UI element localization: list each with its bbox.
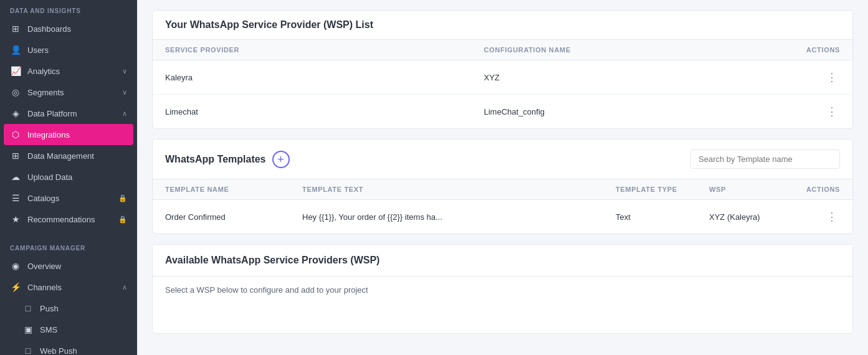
sidebar-item-channels[interactable]: ⚡ Channels ∧ — [0, 277, 137, 298]
template-table-header: TEMPLATE NAME TEMPLATE TEXT TEMPLATE TYP… — [153, 179, 852, 200]
table-row: Limechat LimeChat_config ⋮ — [153, 95, 852, 128]
sidebar-section-campaign: CAMPAIGN MANAGER — [0, 237, 137, 255]
chevron-up-icon: ∧ — [122, 110, 127, 118]
wsp-list-card: Your WhatsApp Service Provider (WSP) Lis… — [152, 10, 853, 129]
sidebar-item-label: SMS — [40, 325, 57, 334]
sidebar-item-label: Channels — [27, 283, 62, 292]
overview-icon: ◉ — [10, 260, 21, 272]
wsp-providers-placeholder — [153, 303, 852, 333]
dashboards-icon: ⊞ — [10, 23, 21, 34]
sidebar-item-label: Users — [27, 45, 49, 55]
available-wsp-title: Available WhatsApp Service Providers (WS… — [153, 245, 852, 277]
catalogs-icon: ☰ — [10, 192, 21, 204]
chevron-down-icon: ∨ — [122, 67, 127, 75]
col-template-type: TEMPLATE TYPE — [616, 186, 709, 193]
col-actions: ACTIONS — [803, 46, 840, 54]
sidebar-item-data-management[interactable]: ⊞ Data Management — [0, 145, 137, 166]
sidebar-item-label: Data Platform — [27, 109, 77, 118]
sidebar-item-upload-data[interactable]: ☁ Upload Data — [0, 166, 137, 187]
chevron-up-icon: ∧ — [122, 283, 127, 291]
available-wsp-card: Available WhatsApp Service Providers (WS… — [152, 244, 853, 334]
sidebar-section-data-insights: DATA AND INSIGHTS — [0, 0, 137, 18]
search-input[interactable] — [690, 149, 840, 169]
sidebar-item-recommendations[interactable]: ★ Recommendations 🔒 — [0, 209, 137, 230]
template-type-value: Text — [616, 212, 709, 222]
integrations-icon: ⬡ — [10, 129, 21, 140]
templates-title-row: WhatsApp Templates + — [165, 151, 290, 168]
sidebar-item-catalogs[interactable]: ☰ Catalogs 🔒 — [0, 187, 137, 209]
data-management-icon: ⊞ — [10, 150, 21, 161]
sidebar-item-data-platform[interactable]: ◈ Data Platform ∧ — [0, 103, 137, 124]
actions-cell: ⋮ — [803, 103, 840, 120]
main-content: Your WhatsApp Service Provider (WSP) Lis… — [137, 0, 868, 355]
sidebar-item-label: Recommendations — [27, 215, 95, 224]
sidebar: DATA AND INSIGHTS ⊞ Dashboards 👤 Users 📈… — [0, 0, 137, 355]
template-name-value: Order Confirmed — [165, 212, 302, 222]
lock-icon: 🔒 — [118, 194, 127, 202]
sms-icon: ▣ — [22, 324, 34, 335]
more-options-button[interactable]: ⋮ — [824, 69, 840, 85]
service-provider-value: Kaleyra — [165, 73, 484, 82]
col-actions: ACTIONS — [803, 186, 840, 193]
sidebar-item-label: Integrations — [27, 130, 70, 140]
more-options-button[interactable]: ⋮ — [824, 103, 840, 120]
channels-icon: ⚡ — [10, 282, 21, 293]
col-template-text: TEMPLATE TEXT — [302, 186, 616, 193]
sidebar-item-label: Data Management — [27, 151, 94, 161]
sidebar-item-label: Web Push — [40, 346, 77, 356]
recommendations-icon: ★ — [10, 214, 21, 225]
available-wsp-description: Select a WSP below to configure and add … — [153, 277, 852, 303]
actions-cell: ⋮ — [803, 209, 840, 225]
service-provider-value: Limechat — [165, 107, 484, 116]
sidebar-item-analytics[interactable]: 📈 Analytics ∨ — [0, 60, 137, 82]
sidebar-item-label: Catalogs — [27, 194, 59, 203]
col-template-name: TEMPLATE NAME — [165, 186, 302, 193]
table-row: Kaleyra XYZ ⋮ — [153, 60, 852, 95]
analytics-icon: 📈 — [10, 65, 21, 77]
col-config-name: CONFIGURATION NAME — [484, 46, 803, 54]
config-name-value: XYZ — [484, 73, 803, 82]
sidebar-item-label: Dashboards — [27, 24, 71, 34]
template-text-value: Hey {{1}}, Your order of {{2}} items ha.… — [302, 212, 616, 222]
add-template-button[interactable]: + — [272, 151, 290, 168]
sidebar-item-web-push[interactable]: □ Web Push — [0, 340, 137, 355]
more-options-button[interactable]: ⋮ — [824, 209, 840, 225]
chevron-down-icon: ∨ — [122, 88, 127, 97]
sidebar-item-label: Segments — [27, 88, 64, 97]
template-wsp-value: XYZ (Kaleyra) — [709, 212, 803, 222]
table-row: Order Confirmed Hey {{1}}, Your order of… — [153, 200, 852, 234]
users-icon: 👤 — [10, 44, 21, 55]
sidebar-item-users[interactable]: 👤 Users — [0, 39, 137, 60]
sidebar-item-sms[interactable]: ▣ SMS — [0, 319, 137, 340]
sidebar-item-label: Push — [40, 304, 59, 313]
actions-cell: ⋮ — [803, 69, 840, 85]
lock-icon: 🔒 — [118, 215, 127, 224]
col-wsp: WSP — [709, 186, 803, 193]
sidebar-item-label: Analytics — [27, 67, 60, 76]
web-push-icon: □ — [22, 345, 34, 355]
col-service-provider: SERVICE PROVIDER — [165, 46, 484, 54]
segments-icon: ◎ — [10, 87, 21, 98]
config-name-value: LimeChat_config — [484, 107, 803, 116]
wsp-table-header: SERVICE PROVIDER CONFIGURATION NAME ACTI… — [153, 40, 852, 60]
templates-card: WhatsApp Templates + TEMPLATE NAME TEMPL… — [152, 139, 853, 234]
templates-section-title: WhatsApp Templates — [165, 154, 266, 165]
templates-section-header: WhatsApp Templates + — [153, 140, 852, 179]
sidebar-item-label: Upload Data — [27, 173, 72, 182]
sidebar-item-push[interactable]: □ Push — [0, 298, 137, 319]
sidebar-item-label: Overview — [27, 262, 61, 271]
sidebar-item-segments[interactable]: ◎ Segments ∨ — [0, 82, 137, 103]
upload-data-icon: ☁ — [10, 171, 21, 182]
wsp-section-title: Your WhatsApp Service Provider (WSP) Lis… — [165, 19, 373, 30]
sidebar-item-overview[interactable]: ◉ Overview — [0, 255, 137, 277]
sidebar-item-dashboards[interactable]: ⊞ Dashboards — [0, 18, 137, 39]
data-platform-icon: ◈ — [10, 108, 21, 119]
push-icon: □ — [22, 303, 34, 314]
sidebar-item-integrations[interactable]: ⬡ Integrations — [4, 124, 133, 145]
